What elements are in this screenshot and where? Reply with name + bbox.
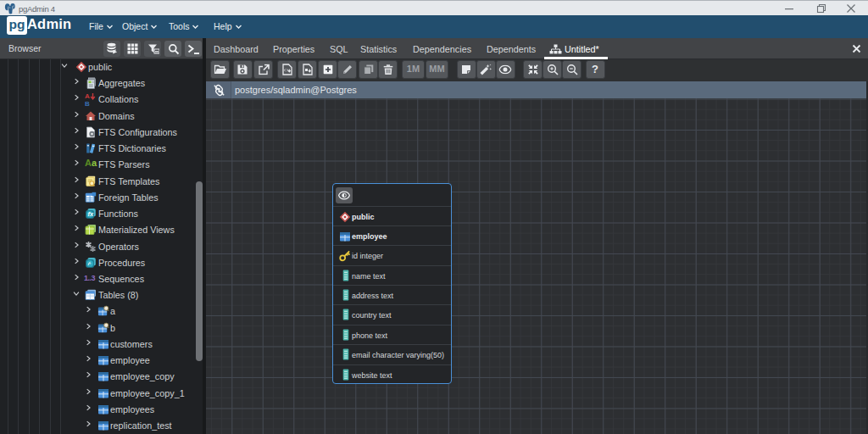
svg-text:fx: fx xyxy=(88,210,94,218)
